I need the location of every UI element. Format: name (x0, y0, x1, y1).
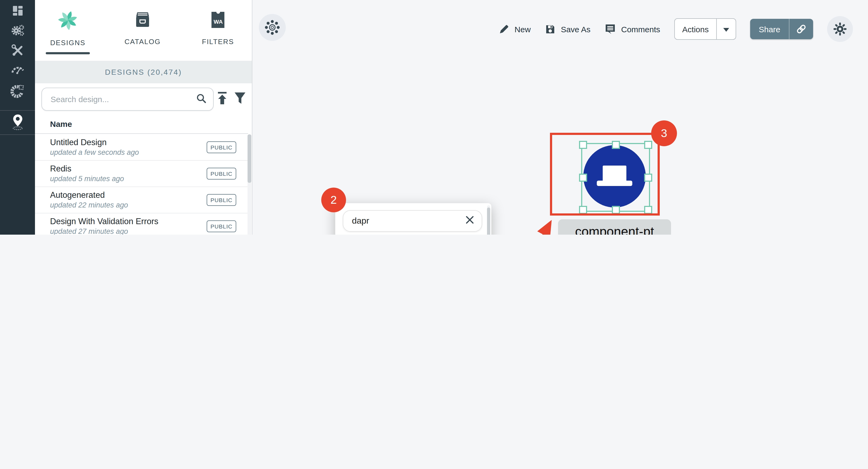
design-row[interactable]: Untitled Design updated a few seconds ag… (35, 134, 248, 161)
sidebar-divider (0, 134, 35, 135)
link-icon (796, 24, 807, 34)
hub-nodes-icon (264, 19, 280, 35)
component-browser-popup: MODELS Dapr version 1.10.4 (335, 203, 491, 235)
selection-handle[interactable] (612, 141, 620, 149)
public-badge: PUBLIC (207, 168, 236, 179)
selection-handle[interactable] (644, 141, 652, 149)
search-icon[interactable] (196, 93, 207, 106)
public-badge: PUBLIC (207, 194, 236, 206)
settings-button[interactable] (827, 16, 853, 42)
public-badge: PUBLIC (207, 221, 236, 232)
design-list: Untitled Design updated a few seconds ag… (35, 134, 248, 235)
upload-design-icon[interactable] (216, 91, 228, 107)
selection-handle[interactable] (579, 206, 587, 214)
popup-search-box (343, 210, 482, 232)
selection-handle[interactable] (579, 174, 587, 182)
selection-handle[interactable] (644, 206, 652, 214)
popup-scrollbar[interactable] (487, 205, 490, 235)
filter-funnel-icon[interactable] (234, 91, 246, 107)
tab-designs-label: DESIGNS (50, 39, 85, 47)
catalog-archive-icon (133, 10, 152, 32)
design-search-input[interactable] (50, 94, 196, 104)
comment-icon (604, 23, 616, 35)
designs-panel: DESIGNS CATALOG WA FILTERS (35, 0, 252, 235)
configuration-tools-icon[interactable] (0, 43, 35, 58)
dashboard-icon[interactable] (0, 4, 35, 17)
tab-designs[interactable]: DESIGNS (38, 10, 97, 47)
canvas-hub-button[interactable] (259, 14, 286, 41)
list-scrollbar[interactable] (248, 134, 251, 235)
annotation-badge-3: 3 (651, 121, 677, 146)
header-divider (35, 133, 248, 134)
design-row[interactable]: Redis updated 5 minutes ago PUBLIC (35, 161, 248, 187)
copy-link-button[interactable] (789, 24, 813, 34)
comments-button[interactable]: Comments (604, 23, 660, 35)
extensions-mesh-icon[interactable] (0, 84, 35, 98)
selection-handle[interactable] (612, 206, 620, 214)
tab-filters-label: FILTERS (202, 38, 234, 46)
design-search-box (41, 88, 214, 111)
public-badge: PUBLIC (207, 141, 236, 153)
panel-header: DESIGNS (20,474) (35, 61, 252, 83)
column-header-name: Name (50, 119, 72, 129)
new-button[interactable]: New (498, 23, 531, 35)
gear-icon (833, 22, 847, 36)
performance-speedometer-icon[interactable] (0, 63, 35, 76)
tab-catalog-label: CATALOG (125, 38, 161, 46)
filters-wasm-icon: WA (209, 10, 227, 32)
save-icon (545, 23, 556, 35)
lifecycle-gears-icon[interactable] (0, 24, 35, 38)
actions-dropdown-caret[interactable] (717, 24, 736, 34)
kanvas-pin-icon[interactable] (0, 113, 35, 131)
active-tab-underline (46, 52, 90, 54)
sidebar-divider (0, 110, 35, 111)
svg-text:WA: WA (214, 19, 223, 25)
popup-search-input[interactable] (351, 215, 465, 226)
tab-filters[interactable]: WA FILTERS (188, 10, 248, 46)
app-window: ? v0.7.84 › (0, 0, 868, 235)
design-row[interactable]: Autogenerated updated 22 minutes ago PUB… (35, 187, 248, 213)
chevron-down-icon (723, 28, 729, 32)
component-name-label[interactable]: component-pt (558, 219, 671, 235)
save-as-button[interactable]: Save As (545, 23, 590, 35)
selection-bounding-box[interactable] (581, 143, 650, 212)
annotation-badge-2: 2 (321, 188, 346, 212)
actions-button[interactable]: Actions (674, 18, 736, 40)
clear-search-icon[interactable] (465, 215, 474, 226)
nav-sidebar: ? v0.7.84 (0, 0, 35, 235)
tab-catalog[interactable]: CATALOG (113, 10, 172, 46)
pencil-icon (498, 23, 509, 35)
design-row[interactable]: Design With Validation Errors updated 27… (35, 213, 248, 235)
designs-pinwheel-icon (57, 10, 79, 33)
canvas-top-toolbar: New Save As Comments Actions (498, 16, 853, 42)
selection-handle[interactable] (644, 174, 652, 182)
share-button[interactable]: Share (750, 19, 813, 39)
selection-handle[interactable] (579, 141, 587, 149)
